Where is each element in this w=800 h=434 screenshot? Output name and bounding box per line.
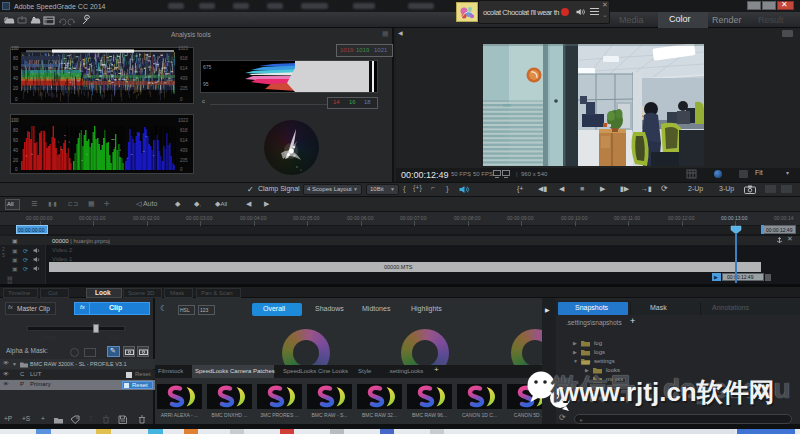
svg-text:min: min <box>503 102 511 108</box>
